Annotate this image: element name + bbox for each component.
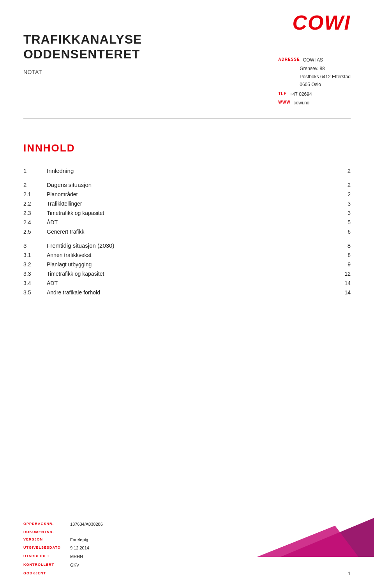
toc-table: 1 Innledning 2 2 Dagens situasjon 2 2.1 … xyxy=(23,166,351,298)
toc-title: Fremtidig situasjon (2030) xyxy=(47,237,327,251)
toc-row: 3.1 Annen trafikkvekst 8 xyxy=(23,251,351,260)
toc-page: 2 xyxy=(327,190,351,199)
toc-row: 3.2 Planlagt utbygging 9 xyxy=(23,260,351,269)
toc-row: 3.5 Andre trafikale forhold 14 xyxy=(23,288,351,298)
toc-title: ÅDT xyxy=(47,218,327,227)
toc-num: 3 xyxy=(23,237,47,251)
utarbeidet-label: UTARBEIDET xyxy=(23,553,70,561)
title-block: TRAFIKKANALYSE ODDENSENTERET NOTAT xyxy=(23,32,142,75)
toc-page: 9 xyxy=(327,260,351,269)
address-line3: Postboks 6412 Etterstad xyxy=(300,73,351,81)
toc-page: 8 xyxy=(327,251,351,260)
toc-title: Annen trafikkvekst xyxy=(47,251,327,260)
toc-row: 2.3 Timetrafikk og kapasitet 3 xyxy=(23,209,351,218)
toc-row: 3.3 Timetrafikk og kapasitet 12 xyxy=(23,269,351,279)
toc-page: 14 xyxy=(327,279,351,288)
address-line2: Grensev. 88 xyxy=(300,65,351,72)
toc-row: 2.2 Trafikktellinger 3 xyxy=(23,199,351,209)
header-left: TRAFIKKANALYSE ODDENSENTERET NOTAT xyxy=(23,12,142,75)
decorative-shape xyxy=(257,518,374,557)
toc-num: 3.4 xyxy=(23,279,47,288)
toc-page: 8 xyxy=(327,237,351,251)
godkjent-label: GODKJENT xyxy=(23,570,70,576)
kontrollert-value: GKV xyxy=(70,562,148,569)
toc-title: Generert trafikk xyxy=(47,227,327,237)
toc-row: 2 Dagens situasjon 2 xyxy=(23,176,351,190)
godkjent-value xyxy=(70,570,148,576)
toc-row: 2.5 Generert trafikk 6 xyxy=(23,227,351,237)
toc-title: Dagens situasjon xyxy=(47,176,327,190)
subtitle: NOTAT xyxy=(23,69,142,75)
oppdragsnr-value: 137634/A030286 xyxy=(70,521,148,528)
toc-num: 3.5 xyxy=(23,288,47,298)
versjon-value: Foreløpig xyxy=(70,536,148,544)
header: TRAFIKKANALYSE ODDENSENTERET NOTAT COWI … xyxy=(0,0,374,107)
toc-page: 3 xyxy=(327,199,351,209)
toc-title: Timetrafikk og kapasitet xyxy=(47,209,327,218)
toc-num: 3.2 xyxy=(23,260,47,269)
content: INNHOLD 1 Innledning 2 2 Dagens situasjo… xyxy=(0,119,374,298)
main-title-line1: TRAFIKKANALYSE xyxy=(23,32,142,47)
innhold-heading: INNHOLD xyxy=(23,142,351,154)
toc-num: 2.2 xyxy=(23,199,47,209)
toc-page: 3 xyxy=(327,209,351,218)
www-label: WWW xyxy=(278,99,290,107)
svg-marker-1 xyxy=(257,526,358,557)
toc-num: 2.5 xyxy=(23,227,47,237)
tlf-value: +47 02694 xyxy=(290,90,312,98)
toc-page: 5 xyxy=(327,218,351,227)
footer-meta: OPPDRAGSNR. 137634/A030286 DOKUMENTNR. V… xyxy=(23,521,148,576)
toc-num: 2.1 xyxy=(23,190,47,199)
toc-title: ÅDT xyxy=(47,279,327,288)
toc-row: 2.4 ÅDT 5 xyxy=(23,218,351,227)
toc-page: 2 xyxy=(327,166,351,176)
toc-num: 1 xyxy=(23,166,47,176)
toc-title: Innledning xyxy=(47,166,327,176)
dokumentnr-label: DOKUMENTNR. xyxy=(23,529,70,535)
toc-title: Andre trafikale forhold xyxy=(47,288,327,298)
toc-num: 2 xyxy=(23,176,47,190)
toc-page: 14 xyxy=(327,288,351,298)
toc-row: 3.4 ÅDT 14 xyxy=(23,279,351,288)
oppdragsnr-label: OPPDRAGSNR. xyxy=(23,521,70,528)
page-number: 1 xyxy=(348,570,351,576)
logo-area: COWI ADRESSE COWI AS Grensev. 88 Postbok… xyxy=(278,12,351,107)
tlf-label: TLF xyxy=(278,90,286,98)
www-value: cowi.no xyxy=(294,99,310,107)
toc-page: 2 xyxy=(327,176,351,190)
toc-row: 3 Fremtidig situasjon (2030) 8 xyxy=(23,237,351,251)
address-value: COWI AS xyxy=(303,56,323,64)
toc-num: 2.3 xyxy=(23,209,47,218)
toc-title: Timetrafikk og kapasitet xyxy=(47,269,327,279)
toc-title: Planområdet xyxy=(47,190,327,199)
utgivelsesdato-label: UTGIVELSESDATO xyxy=(23,544,70,552)
toc-num: 3.1 xyxy=(23,251,47,260)
toc-page: 12 xyxy=(327,269,351,279)
toc-title: Trafikktellinger xyxy=(47,199,327,209)
toc-row: 2.1 Planområdet 2 xyxy=(23,190,351,199)
toc-page: 6 xyxy=(327,227,351,237)
address-line4: 0605 Oslo xyxy=(300,81,351,88)
kontrollert-label: KONTROLLERT xyxy=(23,562,70,569)
versjon-label: VERSJON xyxy=(23,536,70,544)
utarbeidet-value: MRHN xyxy=(70,553,148,561)
address-label: ADRESSE xyxy=(278,56,300,64)
toc-title: Planlagt utbygging xyxy=(47,260,327,269)
dokumentnr-value xyxy=(70,529,148,535)
main-title-line2: ODDENSENTERET xyxy=(23,47,142,62)
cowi-logo: COWI xyxy=(292,12,351,33)
toc-num: 3.3 xyxy=(23,269,47,279)
toc-row: 1 Innledning 2 xyxy=(23,166,351,176)
toc-num: 2.4 xyxy=(23,218,47,227)
address-block: ADRESSE COWI AS Grensev. 88 Postboks 641… xyxy=(278,56,351,107)
page: TRAFIKKANALYSE ODDENSENTERET NOTAT COWI … xyxy=(0,0,374,588)
utgivelsesdato-value: 9.12.2014 xyxy=(70,544,148,552)
